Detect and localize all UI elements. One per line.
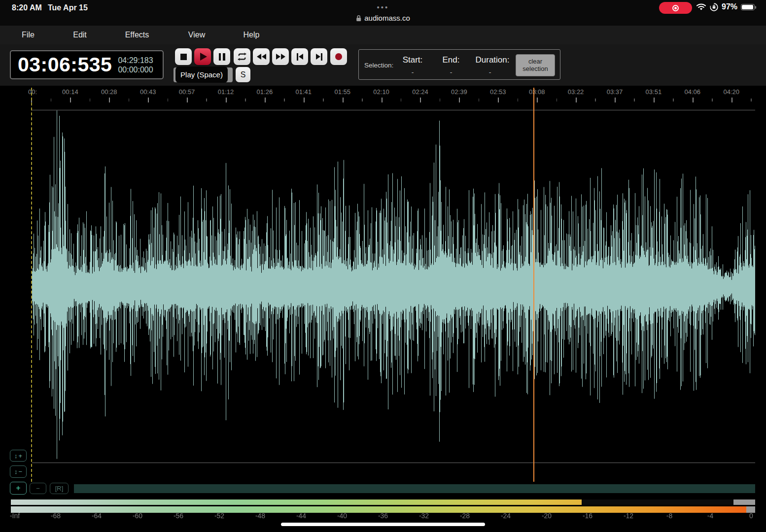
rotation-lock-icon <box>710 3 718 11</box>
record-icon <box>672 5 679 11</box>
play-icon <box>200 53 207 61</box>
time-display: 03:06:535 04:29:183 00:00:000 <box>10 50 164 79</box>
selection-panel: Selection: Start: - End: - Duration: - c… <box>358 49 560 80</box>
selection-duration-label: Duration: <box>476 55 510 65</box>
db-label: -40 <box>337 512 347 520</box>
zoom-reset-button[interactable]: [R] <box>50 483 69 494</box>
battery-percent: 97% <box>722 2 737 11</box>
zoom-out-button[interactable]: − <box>30 483 46 494</box>
db-label: -44 <box>296 512 306 520</box>
url-text: audiomass.co <box>364 14 410 22</box>
play-tooltip: Play (Space) <box>175 66 228 83</box>
current-time: 03:06:535 <box>11 53 112 76</box>
status-icons: 97% <box>696 2 755 11</box>
db-label: -8 <box>666 512 672 520</box>
stop-icon <box>180 54 187 60</box>
plus-icon: + <box>16 484 20 493</box>
transport-toolbar: 03:06:535 04:29:183 00:00:000 Play (Spac… <box>0 44 766 86</box>
minus-icon: − <box>18 468 22 475</box>
db-label: -56 <box>174 512 183 520</box>
clock: 8:20 AM <box>12 3 42 12</box>
db-label: -Inf <box>10 512 20 520</box>
battery-icon <box>741 4 755 10</box>
selection-start-value: - <box>412 68 414 76</box>
address-bar[interactable]: audiomass.co <box>356 14 410 22</box>
cursor-start-marker[interactable] <box>31 88 32 482</box>
level-meter-peak-cap <box>733 499 755 505</box>
fast-forward-icon <box>276 54 285 60</box>
level-meter-current <box>11 499 755 505</box>
date: Tue Apr 15 <box>48 3 88 12</box>
fast-forward-button[interactable] <box>272 48 289 65</box>
selection-start-label: Start: <box>403 55 423 65</box>
db-label: -68 <box>51 512 61 520</box>
waveform-canvas[interactable] <box>32 88 755 481</box>
playhead[interactable] <box>533 88 534 482</box>
db-label: -24 <box>501 512 511 520</box>
db-label: -36 <box>378 512 388 520</box>
menu-view[interactable]: View <box>188 31 205 39</box>
db-label: -32 <box>419 512 429 520</box>
amplitude-zoom-out-button[interactable]: ↕− <box>10 466 27 478</box>
play-button[interactable] <box>194 48 211 65</box>
pause-icon <box>219 53 225 61</box>
db-label: 0 <box>749 512 753 520</box>
record-button[interactable] <box>330 48 347 65</box>
minus-icon: − <box>36 485 40 492</box>
clear-selection-button[interactable]: clear selection <box>516 54 555 76</box>
skip-to-start-icon <box>297 53 303 61</box>
selection-duration-value: - <box>489 68 491 76</box>
minimap-scrollbar[interactable] <box>74 484 755 493</box>
loop-icon <box>237 52 247 61</box>
skip-to-start-button[interactable] <box>291 48 308 65</box>
menu-help[interactable]: Help <box>244 31 260 39</box>
selection-end-value: - <box>450 68 453 76</box>
tab-overview-dots-icon[interactable]: ••• <box>377 3 389 11</box>
plus-icon: + <box>18 452 22 460</box>
db-label: -48 <box>255 512 265 520</box>
home-indicator[interactable] <box>281 523 485 526</box>
lock-icon <box>356 15 361 22</box>
up-down-arrow-icon: ↕ <box>14 468 18 475</box>
wifi-icon <box>696 3 706 11</box>
db-label: -20 <box>542 512 552 520</box>
screen-recording-indicator[interactable] <box>659 2 692 14</box>
db-label: -4 <box>707 512 713 520</box>
pause-button[interactable] <box>213 48 230 65</box>
rewind-button[interactable] <box>253 48 270 65</box>
record-icon <box>335 53 342 60</box>
reset-zoom-icon: [R] <box>55 485 64 492</box>
selection-end-label: End: <box>443 55 460 65</box>
menu-bar: File Edit Effects View Help <box>0 26 766 44</box>
db-label: -12 <box>624 512 633 520</box>
up-down-arrow-icon: ↕ <box>14 452 18 460</box>
db-label: -28 <box>460 512 470 520</box>
status-bar: 8:20 AM Tue Apr 15 ••• audiomass.co 97% <box>0 0 766 26</box>
skip-to-end-icon <box>316 53 322 61</box>
amplitude-zoom-in-button[interactable]: ↕+ <box>10 450 27 462</box>
selection-label: Selection: <box>364 62 393 69</box>
db-label: -52 <box>214 512 224 520</box>
menu-effects[interactable]: Effects <box>125 31 149 39</box>
s-tool-button[interactable]: S <box>236 67 250 82</box>
menu-file[interactable]: File <box>22 31 35 39</box>
db-label: -16 <box>583 512 592 520</box>
db-label: -60 <box>133 512 142 520</box>
cursor-position-time: 00:00:000 <box>118 66 153 74</box>
stop-button[interactable] <box>175 48 192 65</box>
loop-button[interactable] <box>234 48 250 65</box>
db-label: -64 <box>92 512 102 520</box>
zoom-in-button[interactable]: + <box>10 482 27 495</box>
rewind-icon <box>257 54 266 60</box>
total-duration: 04:29:183 <box>118 56 153 65</box>
menu-edit[interactable]: Edit <box>73 31 87 39</box>
skip-to-end-button[interactable] <box>311 48 327 65</box>
